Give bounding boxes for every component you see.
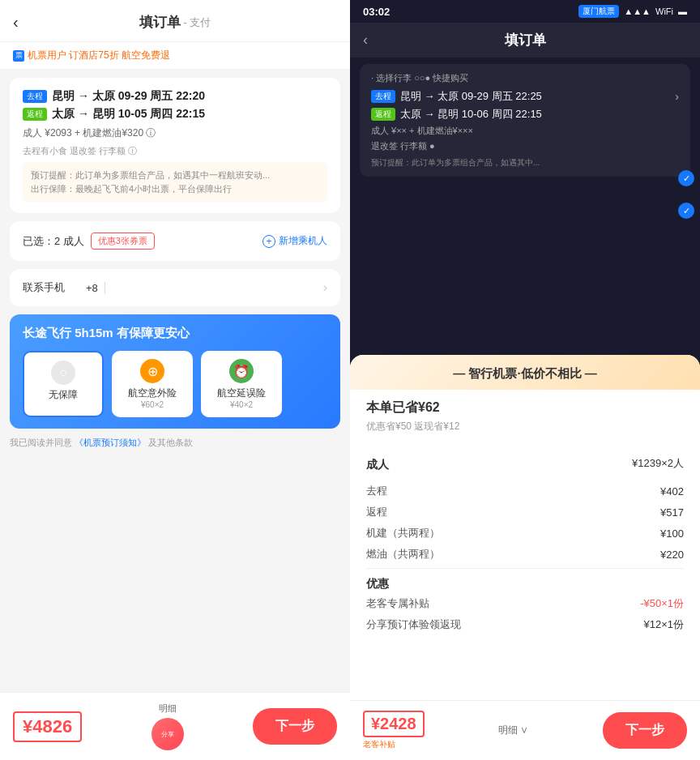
return-tag: 返程	[23, 108, 47, 121]
cashback-value: ¥12×1份	[643, 617, 684, 632]
right-return-tag: 返程	[371, 108, 395, 121]
battery-icon: ▬	[678, 6, 687, 16]
discount-section-title: 优惠	[366, 577, 684, 591]
loyal-customer-value: -¥50×1份	[640, 596, 684, 611]
flight-extras: 去程有小食 退改签 行李额 ⓘ	[23, 145, 327, 157]
total-price: ¥4826	[13, 711, 82, 742]
insurance-option-none[interactable]: ○ 无保障	[23, 351, 104, 417]
cashback-label: 分享预订体验领返现	[366, 617, 461, 632]
right-header: ‹ 填订单	[350, 23, 700, 58]
right-title: 填订单	[505, 31, 546, 49]
insurance-banner: 长途飞行 5h15m 有保障更安心 ○ 无保障 ⊕ 航空意外险 ¥60×2 ⏰ …	[10, 314, 340, 429]
phone-prefix: +8	[86, 282, 105, 294]
airport-tax-label: 机建（共两程）	[366, 526, 440, 540]
outbound-label: 去程	[366, 484, 387, 498]
adult-section-header: 成人 ¥1239×2人	[366, 450, 684, 477]
right-footer: ¥2428 老客补贴 明细 ∨ 下一步	[350, 700, 700, 760]
outbound-route-row: 去程 昆明 → 太原 09-29 周五 22:20	[23, 89, 327, 104]
breakdown-header: — 智行机票·低价不相比 —	[350, 355, 700, 390]
contact-arrow: ›	[323, 280, 327, 295]
contact-row: 联系手机 +8 ›	[10, 269, 340, 306]
right-back-button[interactable]: ‹	[363, 32, 368, 49]
notice-text: 预订提醒：此订单为多票组合产品，如遇其中一程航班安动...	[31, 169, 319, 182]
right-footer-middle[interactable]: 明细 ∨	[498, 724, 528, 737]
return-value: ¥517	[660, 506, 684, 519]
divider	[366, 568, 684, 569]
insurance-option-accident[interactable]: ⊕ 航空意外险 ¥60×2	[112, 351, 193, 417]
fuel-row: 燃油（共两程） ¥220	[366, 547, 684, 561]
right-detail-label[interactable]: 明细 ∨	[498, 724, 528, 737]
add-passenger-button[interactable]: + 新增乘机人	[262, 234, 327, 248]
insurance-title: 长途飞行 5h15m 有保障更安心	[23, 326, 327, 341]
right-status-bar: 03:02 厦门航票 ▲▲▲ WiFi ▬	[350, 0, 700, 23]
return-row: 返程 ¥517	[366, 505, 684, 519]
promo-icon: 票	[13, 50, 24, 62]
left-back-button[interactable]: ‹	[13, 13, 19, 32]
airport-tax-value: ¥100	[660, 527, 684, 540]
breakdown-table: 成人 ¥1239×2人 去程 ¥402 返程 ¥517 机建（共两程） ¥100…	[350, 440, 700, 648]
terms-row: 我已阅读并同意 《机票预订须知》 及其他条款	[10, 437, 340, 449]
fuel-value: ¥220	[660, 549, 684, 561]
savings-detail: 优惠省¥50 返现省¥12	[366, 420, 684, 433]
checkmark-icon-1: ✓	[678, 170, 694, 186]
signal-icon: ▲▲▲	[624, 6, 651, 16]
loyal-customer-label: 老客专属补贴	[366, 596, 429, 611]
price-breakdown-panel: — 智行机票·低价不相比 — 本单已省¥62 优惠省¥50 返现省¥12 成人 …	[350, 355, 700, 760]
insurance-accident-price: ¥60×2	[120, 400, 185, 409]
checkmark-icon-2: ✓	[678, 203, 694, 219]
brand-slogan: — 智行机票·低价不相比 —	[366, 366, 684, 382]
outbound-value: ¥402	[660, 485, 684, 497]
selected-label: 已选：2 成人	[23, 234, 84, 249]
flight-notice: 预订提醒：此订单为多票组合产品，如遇其中一程航班安动... 出行保障：最晚起飞飞…	[23, 162, 327, 202]
left-subtitle: - 支付	[184, 15, 211, 30]
add-icon: +	[262, 235, 275, 248]
outbound-route-text: 昆明 → 太原 09-29 周五 22:20	[52, 89, 205, 104]
insurance-accident-name: 航空意外险	[120, 386, 185, 400]
insurance-option-delay[interactable]: ⏰ 航空延误险 ¥40×2	[201, 351, 282, 417]
wifi-icon: WiFi	[655, 6, 673, 16]
savings-row: 本单已省¥62 优惠省¥50 返现省¥12	[350, 390, 700, 440]
outbound-tag: 去程	[23, 90, 47, 103]
contact-label: 联系手机	[23, 280, 79, 295]
return-route-row: 返程 太原 → 昆明 10-05 周四 22:15	[23, 107, 327, 122]
selected-passengers-row: 已选：2 成人 优惠3张券票 + 新增乘机人	[10, 221, 340, 261]
right-panel: 03:02 厦门航票 ▲▲▲ WiFi ▬ ‹ 填订单 · 选择行李 ○○● 快…	[350, 0, 700, 760]
right-notice: 预订提醒：此订单为多票组合产品，如遇其中...	[371, 157, 679, 169]
right-return-route: 太原 → 昆明 10-06 周四 22:15	[400, 107, 542, 122]
loyal-customer-row: 老客专属补贴 -¥50×1份	[366, 596, 684, 611]
add-passenger-label: 新增乘机人	[279, 234, 327, 248]
promo-banner[interactable]: 票 机票用户 订酒店75折 航空免费退	[0, 42, 350, 70]
terms-link[interactable]: 《机票预订须知》	[75, 438, 146, 447]
share-button[interactable]: 分享	[152, 718, 184, 750]
adult-total: ¥1239×2人	[632, 456, 684, 471]
footer-middle: 明细 分享	[152, 702, 184, 750]
insurance-delay-icon: ⏰	[229, 359, 254, 383]
coupon-badge[interactable]: 优惠3张券票	[91, 233, 155, 250]
next-button[interactable]: 下一步	[253, 708, 337, 745]
insurance-none-name: 无保障	[32, 388, 94, 402]
promo-text: 机票用户 订酒店75折 航空免费退	[28, 49, 170, 62]
fuel-label: 燃油（共两程）	[366, 547, 440, 561]
cashback-row: 分享预订体验领返现 ¥12×1份	[366, 617, 684, 632]
insurance-options: ○ 无保障 ⊕ 航空意外险 ¥60×2 ⏰ 航空延误险 ¥40×2	[23, 351, 327, 417]
right-footer-left: ¥2428 老客补贴	[363, 711, 425, 750]
insurance-delay-price: ¥40×2	[209, 400, 274, 409]
right-total-price: ¥2428	[363, 711, 425, 737]
insurance-none-icon: ○	[51, 361, 75, 385]
price-row: 成人 ¥2093 + 机建燃油¥320 ⓘ	[23, 126, 327, 140]
right-extras: 退改签 行李额 ●	[371, 140, 679, 152]
right-next-button[interactable]: 下一步	[603, 712, 687, 749]
right-outbound-route: 昆明 → 太原 09-29 周五 22:25	[400, 89, 542, 104]
airport-tax-row: 机建（共两程） ¥100	[366, 526, 684, 540]
right-return-row: 返程 太原 → 昆明 10-06 周四 22:15	[371, 107, 679, 122]
status-time: 03:02	[363, 6, 390, 18]
left-panel: ‹ 填订单 - 支付 票 机票用户 订酒店75折 航空免费退 去程 昆明 → 太…	[0, 0, 350, 760]
right-outbound-row: 去程 昆明 → 太原 09-29 周五 22:25 ›	[371, 89, 679, 104]
return-route-text: 太原 → 昆明 10-05 周四 22:15	[52, 107, 205, 122]
right-flight-info: · 选择行李 ○○● 快捷购买 去程 昆明 → 太原 09-29 周五 22:2…	[360, 64, 690, 177]
terms-and: 及其他条款	[148, 438, 193, 447]
adult-title: 成人	[366, 458, 389, 472]
service-text: 出行保障：最晚起飞飞前4小时出票，平台保障出行	[31, 182, 319, 196]
detail-button[interactable]: 明细	[159, 702, 177, 715]
airline-badge: 厦门航票	[578, 5, 619, 18]
